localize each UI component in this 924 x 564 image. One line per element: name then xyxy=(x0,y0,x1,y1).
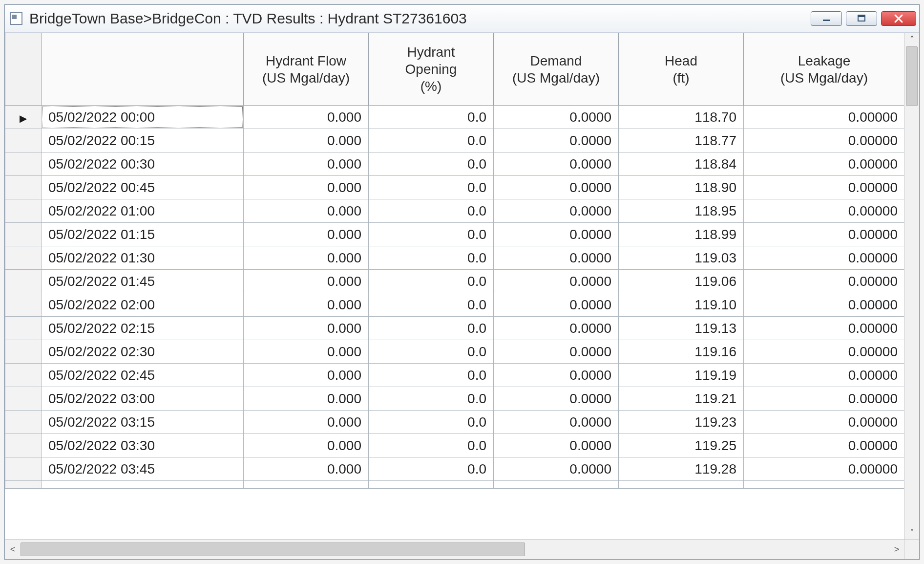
cell-leakage[interactable]: 0.00000 xyxy=(744,223,905,246)
scroll-left-arrow-icon[interactable]: < xyxy=(5,540,21,559)
cell-time[interactable]: 05/02/2022 01:45 xyxy=(42,270,244,293)
table-row[interactable]: 05/02/2022 02:300.0000.00.0000119.160.00… xyxy=(5,340,905,364)
minimize-button[interactable] xyxy=(811,11,842,26)
cell-flow[interactable]: 0.000 xyxy=(244,411,369,434)
header-rowselector[interactable] xyxy=(5,33,42,106)
cell-demand[interactable]: 0.0000 xyxy=(494,176,619,199)
table-row[interactable]: 05/02/2022 00:450.0000.00.0000118.900.00… xyxy=(5,176,905,199)
cell-flow[interactable]: 0.000 xyxy=(244,246,369,270)
row-selector[interactable] xyxy=(5,411,42,434)
cell-flow[interactable]: 0.000 xyxy=(244,106,369,129)
cell-time[interactable]: 05/02/2022 02:45 xyxy=(42,364,244,387)
close-button[interactable] xyxy=(881,11,916,26)
cell-flow[interactable]: 0.000 xyxy=(244,223,369,246)
cell-opening[interactable]: 0.0 xyxy=(369,129,494,152)
cell-flow[interactable]: 0.000 xyxy=(244,387,369,411)
row-selector[interactable] xyxy=(5,364,42,387)
cell-head[interactable]: 118.84 xyxy=(619,152,744,176)
table-row[interactable]: 05/02/2022 03:450.0000.00.0000119.280.00… xyxy=(5,457,905,481)
cell-opening[interactable]: 0.0 xyxy=(369,152,494,176)
row-selector[interactable] xyxy=(5,340,42,364)
cell-head[interactable]: 119.13 xyxy=(619,317,744,340)
header-leakage[interactable]: Leakage (US Mgal/day) xyxy=(744,33,905,106)
cell-time[interactable]: 05/02/2022 03:15 xyxy=(42,411,244,434)
cell-demand[interactable]: 0.0000 xyxy=(494,434,619,457)
cell-leakage[interactable]: 0.00000 xyxy=(744,364,905,387)
cell-leakage[interactable]: 0.00000 xyxy=(744,246,905,270)
cell-leakage[interactable]: 0.00000 xyxy=(744,293,905,317)
row-selector[interactable] xyxy=(5,317,42,340)
cell-flow[interactable]: 0.000 xyxy=(244,434,369,457)
vertical-scrollbar[interactable]: ˄ ˅ xyxy=(904,33,919,540)
cell-empty[interactable] xyxy=(619,481,744,489)
horizontal-scrollbar[interactable]: < > xyxy=(5,539,904,559)
cell-opening[interactable]: 0.0 xyxy=(369,364,494,387)
row-selector[interactable] xyxy=(5,129,42,152)
table-row[interactable]: 05/02/2022 03:000.0000.00.0000119.210.00… xyxy=(5,387,905,411)
scroll-right-arrow-icon[interactable]: > xyxy=(889,540,904,559)
cell-opening[interactable]: 0.0 xyxy=(369,434,494,457)
scroll-up-arrow-icon[interactable]: ˄ xyxy=(904,33,919,46)
cell-demand[interactable]: 0.0000 xyxy=(494,411,619,434)
cell-leakage[interactable]: 0.00000 xyxy=(744,270,905,293)
table-row[interactable]: 05/02/2022 03:300.0000.00.0000119.250.00… xyxy=(5,434,905,457)
cell-leakage[interactable]: 0.00000 xyxy=(744,387,905,411)
cell-empty[interactable] xyxy=(494,481,619,489)
header-time[interactable] xyxy=(42,33,244,106)
row-selector[interactable] xyxy=(5,246,42,270)
cell-flow[interactable]: 0.000 xyxy=(244,317,369,340)
row-selector[interactable] xyxy=(5,106,42,129)
cell-head[interactable]: 118.70 xyxy=(619,106,744,129)
cell-demand[interactable]: 0.0000 xyxy=(494,129,619,152)
cell-leakage[interactable]: 0.00000 xyxy=(744,199,905,223)
cell-head[interactable]: 119.16 xyxy=(619,340,744,364)
cell-demand[interactable]: 0.0000 xyxy=(494,293,619,317)
cell-demand[interactable]: 0.0000 xyxy=(494,317,619,340)
cell-empty[interactable] xyxy=(369,481,494,489)
cell-flow[interactable]: 0.000 xyxy=(244,152,369,176)
cell-opening[interactable]: 0.0 xyxy=(369,246,494,270)
cell-opening[interactable]: 0.0 xyxy=(369,457,494,481)
cell-demand[interactable]: 0.0000 xyxy=(494,152,619,176)
cell-time[interactable]: 05/02/2022 00:15 xyxy=(42,129,244,152)
cell-demand[interactable]: 0.0000 xyxy=(494,246,619,270)
table-row[interactable]: 05/02/2022 01:000.0000.00.0000118.950.00… xyxy=(5,199,905,223)
cell-time[interactable]: 05/02/2022 02:30 xyxy=(42,340,244,364)
header-head[interactable]: Head (ft) xyxy=(619,33,744,106)
cell-empty[interactable] xyxy=(744,481,905,489)
cell-empty[interactable] xyxy=(5,481,42,489)
cell-time[interactable]: 05/02/2022 01:15 xyxy=(42,223,244,246)
scroll-down-arrow-icon[interactable]: ˅ xyxy=(904,526,919,540)
table-row[interactable]: 05/02/2022 00:150.0000.00.0000118.770.00… xyxy=(5,129,905,152)
cell-head[interactable]: 118.77 xyxy=(619,129,744,152)
cell-leakage[interactable]: 0.00000 xyxy=(744,176,905,199)
cell-empty[interactable] xyxy=(244,481,369,489)
table-row[interactable]: 05/02/2022 02:150.0000.00.0000119.130.00… xyxy=(5,317,905,340)
cell-opening[interactable]: 0.0 xyxy=(369,317,494,340)
row-selector[interactable] xyxy=(5,457,42,481)
cell-flow[interactable]: 0.000 xyxy=(244,457,369,481)
table-row[interactable]: 05/02/2022 00:000.0000.00.0000118.700.00… xyxy=(5,106,905,129)
row-selector[interactable] xyxy=(5,293,42,317)
cell-time[interactable]: 05/02/2022 03:45 xyxy=(42,457,244,481)
cell-opening[interactable]: 0.0 xyxy=(369,176,494,199)
cell-time[interactable]: 05/02/2022 02:00 xyxy=(42,293,244,317)
cell-opening[interactable]: 0.0 xyxy=(369,106,494,129)
cell-opening[interactable]: 0.0 xyxy=(369,270,494,293)
cell-head[interactable]: 119.25 xyxy=(619,434,744,457)
cell-flow[interactable]: 0.000 xyxy=(244,176,369,199)
cell-head[interactable]: 119.10 xyxy=(619,293,744,317)
cell-time[interactable]: 05/02/2022 03:00 xyxy=(42,387,244,411)
cell-head[interactable]: 119.21 xyxy=(619,387,744,411)
row-selector[interactable] xyxy=(5,199,42,223)
cell-flow[interactable]: 0.000 xyxy=(244,270,369,293)
results-grid[interactable]: Hydrant Flow (US Mgal/day) Hydrant Openi… xyxy=(5,33,904,540)
cell-flow[interactable]: 0.000 xyxy=(244,293,369,317)
cell-leakage[interactable]: 0.00000 xyxy=(744,457,905,481)
row-selector[interactable] xyxy=(5,152,42,176)
cell-demand[interactable]: 0.0000 xyxy=(494,457,619,481)
table-row[interactable]: 05/02/2022 02:450.0000.00.0000119.190.00… xyxy=(5,364,905,387)
cell-opening[interactable]: 0.0 xyxy=(369,223,494,246)
cell-demand[interactable]: 0.0000 xyxy=(494,106,619,129)
cell-demand[interactable]: 0.0000 xyxy=(494,270,619,293)
